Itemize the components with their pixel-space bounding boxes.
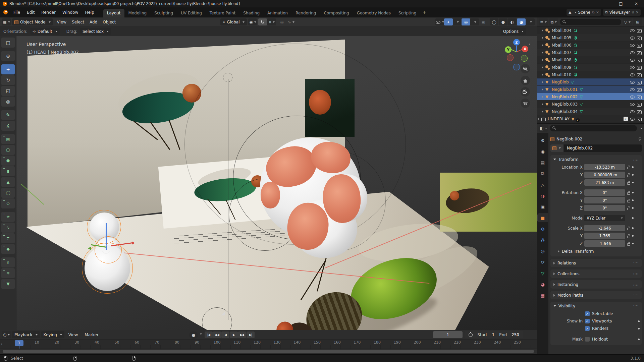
lock-icon[interactable]	[627, 191, 630, 195]
timeline-view-menu[interactable]: View	[66, 331, 80, 339]
animate-dot[interactable]	[638, 339, 640, 340]
outliner-search-input[interactable]	[560, 19, 621, 25]
collection-checkbox[interactable]: ✓	[624, 117, 628, 121]
properties-tab[interactable]: △	[538, 181, 548, 189]
properties-tab[interactable]: ◉	[538, 147, 548, 156]
tool-button[interactable]: ◎	[1, 97, 15, 107]
camera-view-button[interactable]	[521, 87, 530, 97]
scene-selector[interactable]: ▲ Scene ⧉ ×	[567, 9, 601, 16]
properties-tab[interactable]: ▦	[538, 291, 548, 299]
playhead[interactable]	[19, 346, 19, 349]
viewport-menu-item[interactable]: Add	[87, 18, 100, 26]
breadcrumb-object-name[interactable]: NegBlob.002	[556, 137, 582, 141]
viewport-menu-item[interactable]: View	[54, 18, 69, 26]
expand-arrow-icon[interactable]	[542, 59, 543, 61]
number-field[interactable]: 0°	[584, 205, 625, 211]
menu-item[interactable]: Edit	[24, 9, 38, 16]
workspace-tab[interactable]: Compositing	[320, 9, 353, 17]
shading-wireframe-button[interactable]: ◯	[490, 18, 498, 25]
scene-copy-icon[interactable]: ⧉	[592, 10, 594, 14]
end-frame-field[interactable]: End250	[499, 333, 519, 337]
drag-handle-icon[interactable]: ::::	[633, 261, 639, 265]
show-overlays-toggle[interactable]: ◎	[462, 18, 470, 25]
collapsed-panel[interactable]: Relations ::::	[550, 259, 642, 267]
animate-dot[interactable]	[632, 235, 634, 237]
outliner-row[interactable]: Mball.005 ✓	[537, 34, 644, 42]
animate-dot[interactable]	[632, 227, 634, 229]
outliner-row[interactable]: NegBlob ✓	[537, 78, 644, 86]
disable-render-icon[interactable]	[637, 28, 642, 33]
blender-menu-icon[interactable]	[3, 10, 8, 14]
orthographic-toggle-button[interactable]	[521, 99, 530, 108]
expand-arrow-icon[interactable]	[542, 88, 543, 91]
properties-tab[interactable]: ⟳	[538, 258, 548, 266]
animate-dot[interactable]	[638, 328, 640, 329]
viewport-3d[interactable]: User Perspective (1) HEAD | NegBlob.002 …	[16, 36, 537, 330]
menu-item[interactable]: Help	[82, 9, 97, 16]
transport-button[interactable]: ◀	[221, 331, 229, 338]
object-name[interactable]: NegBlob	[552, 80, 569, 84]
new-collection-button[interactable]: ⊞	[633, 18, 642, 25]
orientation-default-dropdown[interactable]: ⊹ Default	[30, 28, 60, 35]
scene-unlink-icon[interactable]: ×	[596, 10, 599, 14]
disable-render-icon[interactable]	[637, 102, 642, 107]
tool-button[interactable]: ▢	[1, 38, 15, 48]
hide-viewport-icon[interactable]	[630, 58, 635, 62]
object-name[interactable]: Mball.010	[552, 72, 572, 77]
minimize-button[interactable]: –	[598, 0, 613, 7]
workspace-tab[interactable]: Shading	[239, 9, 263, 17]
properties-tab[interactable]: ⁂	[538, 236, 548, 244]
animate-dot[interactable]	[632, 192, 634, 193]
menu-item[interactable]: Window	[59, 9, 81, 16]
number-field[interactable]: -0.000003 m	[584, 172, 625, 178]
disable-render-icon[interactable]	[637, 36, 642, 40]
hide-viewport-icon[interactable]	[630, 102, 635, 107]
tool-button[interactable]: ◯	[1, 188, 15, 198]
playback-menu[interactable]: Playback	[12, 331, 40, 338]
timeline-editor-type-button[interactable]: ◷	[2, 331, 11, 338]
object-name[interactable]: Mball.006	[552, 43, 572, 48]
tool-button[interactable]: ↻	[1, 75, 15, 85]
overlays-dropdown-button[interactable]	[470, 18, 479, 25]
orientation-dropdown[interactable]: ⌖ Global	[220, 18, 247, 25]
animate-dot[interactable]	[632, 174, 634, 176]
properties-tab[interactable]: ⚙	[538, 225, 548, 233]
xray-toggle[interactable]: ▣	[479, 18, 488, 25]
auto-keying-toggle[interactable]: ●	[189, 331, 198, 339]
lock-icon[interactable]	[627, 242, 630, 246]
object-name[interactable]: Mball.005	[552, 36, 572, 40]
outliner-row[interactable]: Mball.010 ✓	[537, 71, 644, 78]
pivot-point-button[interactable]: ◉	[248, 18, 257, 25]
animate-dot[interactable]	[638, 320, 640, 322]
tool-button[interactable]: +	[1, 64, 15, 74]
transform-panel-header[interactable]: Transform ::::	[550, 155, 642, 164]
tool-button[interactable]: ▮	[1, 166, 15, 176]
properties-options-chevron[interactable]	[640, 128, 642, 129]
gizmo-x-axis[interactable]	[111, 242, 132, 246]
expand-arrow-icon[interactable]	[542, 44, 543, 47]
properties-tab[interactable]: ⚙	[538, 136, 548, 144]
keying-menu[interactable]: Keying	[41, 331, 64, 338]
expand-arrow-icon[interactable]	[542, 73, 543, 76]
timeline-marker-menu[interactable]: Marker	[82, 331, 101, 339]
object-name[interactable]: NegBlob.003	[552, 102, 578, 107]
menu-item[interactable]: Render	[38, 9, 59, 16]
visibility-panel-header[interactable]: Visibility ::::	[550, 302, 642, 310]
hide-viewport-icon[interactable]	[630, 72, 635, 77]
disable-render-icon[interactable]	[637, 65, 642, 70]
workspace-tab[interactable]: UV Editing	[177, 9, 206, 17]
object-visibility-button[interactable]	[435, 18, 444, 25]
tool-button[interactable]: ✎	[1, 110, 15, 120]
proportional-falloff-button[interactable]: ∿	[286, 18, 295, 25]
object-name[interactable]: NegBlob.001	[552, 87, 578, 92]
transport-button[interactable]: ▶|	[247, 331, 255, 338]
maximize-button[interactable]: □	[613, 0, 629, 7]
snap-mode-button[interactable]: ⌗	[267, 18, 276, 25]
outliner-editor-type-button[interactable]: ≡	[539, 18, 548, 25]
properties-tab[interactable]: ▤	[538, 159, 548, 167]
tool-button[interactable]: ∿	[1, 223, 15, 233]
tool-button[interactable]: ☂	[1, 233, 15, 243]
outliner-row[interactable]: NegBlob.002 ✓	[537, 93, 644, 101]
outliner-display-mode-button[interactable]: ⧉	[549, 18, 558, 25]
tool-button[interactable]: ✳	[1, 212, 15, 222]
